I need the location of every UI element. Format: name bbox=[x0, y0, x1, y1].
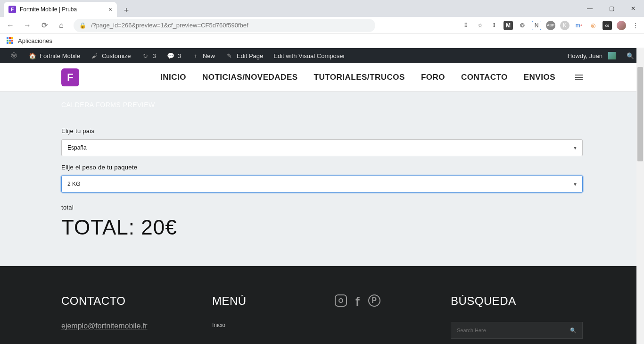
total-small-label: total bbox=[61, 204, 583, 211]
wp-admin-bar: ⓦ 🏠Fortnite Mobile 🖌Customize ↻3 💬3 +New… bbox=[0, 48, 644, 63]
tab-title: Fortnite Mobile | Pruba bbox=[20, 6, 77, 13]
wp-logo-icon[interactable]: ⓦ bbox=[5, 48, 23, 63]
tab-favicon-icon: F bbox=[8, 6, 16, 13]
user-avatar-icon bbox=[608, 52, 616, 59]
footer-menu-heading: MENÚ bbox=[212, 294, 325, 308]
scrollbar-thumb[interactable] bbox=[637, 67, 643, 161]
speedometer-icon: 🏠 bbox=[28, 51, 37, 60]
scrollbar[interactable] bbox=[636, 48, 644, 344]
page-viewport: ⓦ 🏠Fortnite Mobile 🖌Customize ↻3 💬3 +New… bbox=[0, 48, 644, 344]
nav-noticias[interactable]: NOTICIAS/NOVEDADES bbox=[202, 73, 298, 82]
caldera-preview-label: CALDERA FORMS PREVIEW bbox=[61, 101, 583, 109]
total-amount: TOTAL: 20€ bbox=[61, 216, 583, 239]
plus-icon: + bbox=[191, 51, 200, 60]
footer-col-search: BÚSQUEDA Search Here 🔍 bbox=[451, 294, 583, 344]
translate-icon[interactable]: ⠿ bbox=[461, 21, 471, 30]
ext-icon-m[interactable]: m+ bbox=[574, 21, 584, 30]
window-close-button[interactable]: ✕ bbox=[622, 0, 644, 17]
nav-inicio[interactable]: INICIO bbox=[160, 73, 186, 82]
bookmarks-bar: Aplicaciones bbox=[0, 34, 644, 48]
site-header: F INICIO NOTICIAS/NOVEDADES TUTORIALES/T… bbox=[0, 63, 644, 92]
footer-search-heading: BÚSQUEDA bbox=[451, 294, 583, 308]
chrome-menu-icon[interactable]: ⋮ bbox=[631, 21, 640, 30]
footer-contacto-heading: CONTACTO bbox=[61, 294, 203, 308]
pencil-icon: ✎ bbox=[225, 51, 234, 60]
hamburger-icon[interactable] bbox=[575, 75, 583, 80]
footer-email-link[interactable]: ejemplo@fortnitemobile.fr bbox=[61, 322, 203, 330]
site-logo-icon[interactable]: F bbox=[61, 68, 79, 86]
country-label: Elije tu pais bbox=[61, 127, 583, 134]
star-icon[interactable]: ☆ bbox=[475, 21, 485, 30]
wp-edit-vc[interactable]: Edit with Visual Composer bbox=[269, 48, 350, 63]
nav-contacto[interactable]: CONTACTO bbox=[461, 73, 508, 82]
window-maximize-button[interactable]: ▢ bbox=[601, 0, 622, 17]
site-footer: CONTACTO ejemplo@fortnitemobile.fr MENÚ … bbox=[0, 266, 644, 344]
reload-button[interactable]: ⟳ bbox=[38, 19, 51, 32]
nav-foro[interactable]: FORO bbox=[421, 73, 445, 82]
url-text: /?page_id=266&preview=1&cf_preview=CF5d7… bbox=[91, 22, 248, 29]
brush-icon: 🖌 bbox=[91, 51, 99, 60]
refresh-icon: ↻ bbox=[141, 51, 149, 60]
lock-icon: 🔒 bbox=[79, 22, 86, 29]
wp-new[interactable]: +New bbox=[187, 48, 220, 63]
new-tab-button[interactable]: + bbox=[120, 4, 133, 17]
profile-avatar-icon[interactable] bbox=[617, 21, 626, 30]
country-select[interactable]: España ▼ bbox=[61, 139, 583, 156]
wp-updates[interactable]: ↻3 bbox=[136, 48, 160, 63]
home-button[interactable]: ⌂ bbox=[55, 19, 68, 32]
footer-col-menu: MENÚ Inicio bbox=[212, 294, 325, 344]
apps-icon[interactable] bbox=[7, 37, 14, 45]
wp-edit-page[interactable]: ✎Edit Page bbox=[221, 48, 268, 63]
extension-icons: ⠿ ☆ I M ❂ N ABP K m+ ◎ ∞ ⋮ bbox=[461, 21, 640, 30]
window-controls: — ▢ ✕ bbox=[579, 0, 644, 17]
nav-envios[interactable]: ENVIOS bbox=[524, 73, 555, 82]
ext-icon-2[interactable]: M bbox=[504, 21, 513, 30]
weight-label: Elije el peso de tu paquete bbox=[61, 164, 583, 171]
ext-icon-k[interactable]: K bbox=[560, 21, 570, 30]
chevron-down-icon: ▼ bbox=[573, 145, 578, 151]
address-bar[interactable]: 🔒 /?page_id=266&preview=1&cf_preview=CF5… bbox=[74, 19, 375, 32]
ext-icon-mask[interactable]: ∞ bbox=[603, 21, 612, 30]
ext-icon-abp[interactable]: ABP bbox=[546, 21, 555, 30]
bookmark-apps-label[interactable]: Aplicaciones bbox=[18, 37, 52, 44]
chevron-down-icon: ▼ bbox=[573, 182, 578, 187]
ext-icon-1[interactable]: I bbox=[489, 21, 499, 30]
browser-toolbar: ← → ⟳ ⌂ 🔒 /?page_id=266&preview=1&cf_pre… bbox=[0, 17, 644, 34]
ext-icon-3[interactable]: ❂ bbox=[518, 21, 527, 30]
wp-customize[interactable]: 🖌Customize bbox=[86, 48, 135, 63]
wp-site-name[interactable]: 🏠Fortnite Mobile bbox=[24, 48, 85, 63]
back-button[interactable]: ← bbox=[4, 19, 17, 32]
instagram-icon[interactable] bbox=[335, 294, 347, 307]
main-nav: INICIO NOTICIAS/NOVEDADES TUTORIALES/TRU… bbox=[160, 73, 583, 82]
pinterest-icon[interactable]: P bbox=[368, 294, 380, 307]
comment-icon: 💬 bbox=[166, 51, 175, 60]
search-icon[interactable]: 🔍 bbox=[570, 327, 577, 334]
weight-select[interactable]: 2 KG ▼ bbox=[61, 176, 583, 193]
facebook-icon[interactable]: f bbox=[355, 294, 360, 309]
country-select-value: España bbox=[67, 144, 87, 151]
wp-comments[interactable]: 💬3 bbox=[162, 48, 186, 63]
footer-col-social: f P bbox=[335, 294, 441, 344]
nav-tutoriales[interactable]: TUTORIALES/TRUCOS bbox=[314, 73, 405, 82]
ext-icon-4[interactable]: N bbox=[532, 21, 541, 30]
footer-col-contacto: CONTACTO ejemplo@fortnitemobile.fr bbox=[61, 294, 203, 344]
browser-tab[interactable]: F Fortnite Mobile | Pruba × bbox=[4, 2, 117, 17]
footer-menu-inicio[interactable]: Inicio bbox=[212, 322, 325, 328]
footer-search-input[interactable]: Search Here 🔍 bbox=[451, 322, 583, 339]
form-area: CALDERA FORMS PREVIEW Elije tu pais Espa… bbox=[0, 92, 644, 266]
window-titlebar: F Fortnite Mobile | Pruba × + — ▢ ✕ bbox=[0, 0, 644, 17]
weight-select-value: 2 KG bbox=[67, 181, 80, 187]
ext-icon-target[interactable]: ◎ bbox=[588, 21, 598, 30]
wp-howdy[interactable]: Howdy, Juan bbox=[563, 48, 620, 63]
tab-close-icon[interactable]: × bbox=[108, 6, 112, 13]
footer-search-placeholder: Search Here bbox=[457, 327, 486, 333]
forward-button[interactable]: → bbox=[21, 19, 34, 32]
window-minimize-button[interactable]: — bbox=[579, 0, 601, 17]
